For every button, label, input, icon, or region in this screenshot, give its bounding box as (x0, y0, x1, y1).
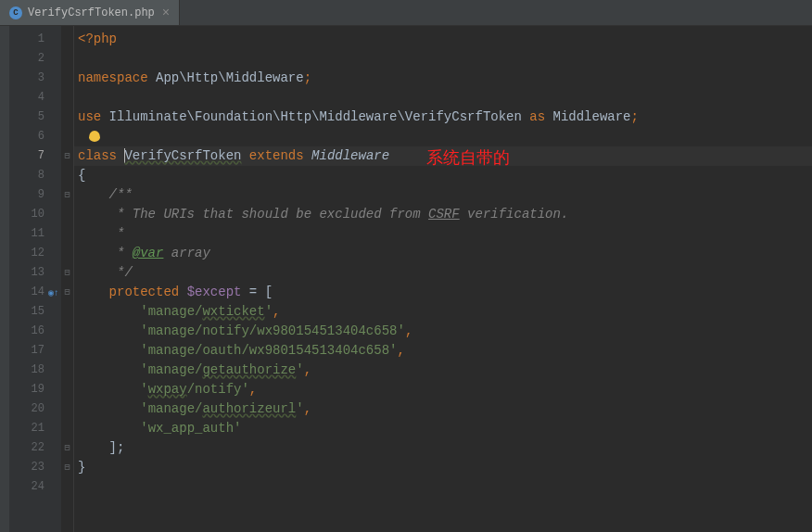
fold-toggle[interactable]: ⊟ (61, 283, 73, 302)
code-line: 'manage/authorizeurl', (74, 399, 812, 419)
fold-toggle[interactable]: ⊟ (61, 146, 73, 166)
code-line: 'wxpay/notify', (74, 380, 812, 399)
fold-toggle[interactable]: ⊟ (61, 185, 73, 205)
code-line: ]; (74, 438, 812, 458)
code-line: use Illuminate\Foundation\Http\Middlewar… (74, 108, 812, 127)
line-number[interactable]: 4 (9, 88, 61, 108)
code-line: 'manage/oauth/wx980154513404c658', (74, 341, 812, 361)
fold-end[interactable]: ⊟ (61, 438, 73, 458)
line-number[interactable]: 21 (9, 419, 61, 438)
fold-end[interactable]: ⊟ (61, 263, 73, 283)
line-number[interactable]: 23 (9, 458, 61, 477)
line-number[interactable]: 5 (9, 108, 61, 127)
tab-bar: C VerifyCsrfToken.php × (0, 0, 812, 26)
fold-column: ⊟ ⊟ ⊟ ⊟ ⊟ ⊟ (61, 26, 74, 532)
code-line: { (74, 166, 812, 185)
line-number[interactable]: 11 (9, 224, 61, 244)
line-number[interactable]: 19 (9, 380, 61, 399)
code-line: */ (74, 263, 812, 283)
code-line: 'manage/notify/wx980154513404c658', (74, 322, 812, 341)
line-number[interactable]: 2 (9, 49, 61, 69)
line-number[interactable]: 24 (9, 477, 61, 497)
code-line: * (74, 224, 812, 244)
line-number[interactable]: 17 (9, 341, 61, 361)
code-line: 'manage/getauthorize', (74, 361, 812, 380)
code-line: 'manage/wxticket', (74, 302, 812, 322)
code-line: namespace App\Http\Middleware; (74, 69, 812, 88)
code-line: class VerifyCsrfToken extends Middleware (74, 146, 812, 166)
line-number[interactable]: 6 (9, 127, 61, 146)
code-line: <?php (74, 30, 812, 49)
tab-verifycsrftoken[interactable]: C VerifyCsrfToken.php × (0, 0, 180, 25)
code-line (74, 49, 812, 69)
override-icon: ◉↑ (48, 283, 59, 302)
code-area[interactable]: <?php namespace App\Http\Middleware; use… (74, 26, 812, 532)
tab-label: VerifyCsrfToken.php (28, 6, 155, 19)
editor-area[interactable]: 1 2 3 4 5 6 7 8 9 10 11 12 13 14◉↑ 15 16… (0, 26, 812, 532)
intention-bulb-icon[interactable] (89, 131, 100, 142)
code-line (74, 127, 812, 146)
code-line: } (74, 458, 812, 477)
gutter: 1 2 3 4 5 6 7 8 9 10 11 12 13 14◉↑ 15 16… (9, 26, 61, 532)
code-line: /** (74, 185, 812, 205)
line-number[interactable]: 18 (9, 361, 61, 380)
code-line: * @var array (74, 244, 812, 263)
line-number[interactable]: 14◉↑ (9, 283, 61, 302)
line-number[interactable]: 12 (9, 244, 61, 263)
line-number[interactable]: 16 (9, 322, 61, 341)
line-number[interactable]: 1 (9, 30, 61, 49)
line-number[interactable]: 13 (9, 263, 61, 283)
code-line (74, 88, 812, 108)
line-number[interactable]: 3 (9, 69, 61, 88)
line-number[interactable]: 9 (9, 185, 61, 205)
line-number[interactable]: 8 (9, 166, 61, 185)
line-number[interactable]: 22 (9, 438, 61, 458)
fold-end[interactable]: ⊟ (61, 458, 73, 477)
line-number[interactable]: 20 (9, 399, 61, 419)
close-icon[interactable]: × (160, 6, 171, 19)
code-line: 'wx_app_auth' (74, 419, 812, 438)
code-line: protected $except = [ (74, 283, 812, 302)
code-line (74, 477, 812, 497)
code-line: * The URIs that should be excluded from … (74, 205, 812, 224)
line-number[interactable]: 7 (9, 146, 61, 166)
left-strip (0, 26, 9, 532)
line-number[interactable]: 10 (9, 205, 61, 224)
php-class-icon: C (9, 6, 22, 19)
line-number[interactable]: 15 (9, 302, 61, 322)
